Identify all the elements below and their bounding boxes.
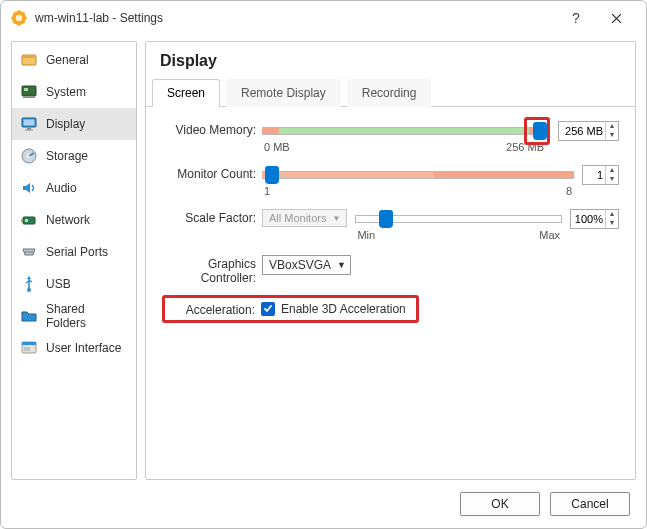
usb-icon: [20, 275, 38, 293]
app-icon: [11, 10, 27, 26]
svg-rect-21: [23, 217, 35, 224]
tab-screen[interactable]: Screen: [152, 79, 220, 107]
sidebar-item-label: System: [46, 85, 86, 99]
highlight-acceleration: Acceleration: Enable 3D Acceleration: [162, 295, 419, 323]
scale-factor-input[interactable]: [571, 213, 605, 225]
sidebar-item-label: User Interface: [46, 341, 121, 355]
system-icon: [20, 83, 38, 101]
video-memory-label: Video Memory:: [162, 121, 262, 137]
sidebar-item-label: Display: [46, 117, 85, 131]
spin-down-icon[interactable]: ▼: [606, 219, 618, 228]
sidebar-item-label: Storage: [46, 149, 88, 163]
svg-rect-17: [27, 128, 31, 130]
sidebar-item-label: Serial Ports: [46, 245, 108, 259]
monitor-count-input[interactable]: [583, 169, 605, 181]
user-interface-icon: [20, 339, 38, 357]
chevron-down-icon: ▼: [332, 214, 340, 223]
sidebar-item-serial-ports[interactable]: Serial Ports: [12, 236, 136, 268]
svg-rect-18: [25, 130, 33, 131]
svg-point-6: [13, 12, 15, 14]
enable-3d-acceleration-label: Enable 3D Acceleration: [281, 302, 406, 316]
svg-rect-31: [24, 347, 30, 351]
video-memory-input[interactable]: [559, 125, 605, 137]
sidebar-item-usb[interactable]: USB: [12, 268, 136, 300]
svg-rect-22: [25, 219, 28, 222]
storage-icon: [20, 147, 38, 165]
svg-point-3: [18, 24, 20, 26]
svg-point-4: [11, 17, 13, 19]
shared-folders-icon: [20, 307, 38, 325]
svg-point-1: [16, 15, 22, 21]
footer: OK Cancel: [1, 480, 646, 528]
svg-point-8: [13, 22, 15, 24]
svg-point-27: [27, 288, 31, 292]
acceleration-label: Acceleration:: [169, 301, 261, 317]
spin-up-icon[interactable]: ▲: [606, 166, 618, 175]
graphics-controller-select[interactable]: VBoxSVGA ▼: [262, 255, 351, 275]
svg-point-9: [23, 22, 25, 24]
svg-point-2: [18, 10, 20, 12]
sidebar-item-network[interactable]: Network: [12, 204, 136, 236]
monitor-count-label: Monitor Count:: [162, 165, 262, 181]
page-title: Display: [146, 42, 635, 78]
sidebar-item-label: Audio: [46, 181, 77, 195]
sidebar-item-shared-folders[interactable]: Shared Folders: [12, 300, 136, 332]
sidebar-item-audio[interactable]: Audio: [12, 172, 136, 204]
video-memory-spinner[interactable]: ▲▼: [558, 121, 619, 141]
general-icon: [20, 51, 38, 69]
svg-marker-28: [27, 276, 31, 279]
sidebar-item-display[interactable]: Display: [12, 108, 136, 140]
sidebar-item-user-interface[interactable]: User Interface: [12, 332, 136, 364]
ok-button[interactable]: OK: [460, 492, 540, 516]
svg-point-5: [25, 17, 27, 19]
close-button[interactable]: [596, 4, 636, 32]
spin-down-icon[interactable]: ▼: [606, 131, 618, 140]
monitor-count-min: 1: [264, 185, 270, 197]
checkbox-checked-icon: [261, 302, 275, 316]
monitor-count-spinner[interactable]: ▲▼: [582, 165, 619, 185]
svg-point-26: [31, 251, 33, 253]
tab-remote-display[interactable]: Remote Display: [226, 79, 341, 107]
svg-point-7: [23, 12, 25, 14]
sidebar-item-system[interactable]: System: [12, 76, 136, 108]
scale-factor-spinner[interactable]: ▲▼: [570, 209, 619, 229]
window-title: wm-win11-lab - Settings: [35, 11, 556, 25]
monitor-count-slider[interactable]: [262, 165, 574, 185]
display-icon: [20, 115, 38, 133]
svg-rect-16: [24, 120, 35, 126]
help-button[interactable]: ?: [556, 4, 596, 32]
scale-factor-label: Scale Factor:: [162, 209, 262, 225]
enable-3d-acceleration-checkbox[interactable]: Enable 3D Acceleration: [261, 302, 406, 316]
settings-window: wm-win11-lab - Settings ? General System…: [0, 0, 647, 529]
svg-rect-13: [24, 88, 28, 91]
monitor-count-max: 8: [566, 185, 572, 197]
svg-rect-23: [21, 219, 23, 222]
svg-rect-30: [22, 342, 36, 345]
screen-form: Video Memory: 0 MB: [146, 107, 635, 341]
tab-recording[interactable]: Recording: [347, 79, 432, 107]
sidebar-item-general[interactable]: General: [12, 44, 136, 76]
video-memory-max: 256 MB: [506, 141, 544, 153]
sidebar-item-label: General: [46, 53, 89, 67]
svg-rect-11: [22, 55, 36, 58]
cancel-button[interactable]: Cancel: [550, 492, 630, 516]
sidebar-item-label: USB: [46, 277, 71, 291]
chevron-down-icon: ▼: [337, 260, 346, 270]
video-memory-slider[interactable]: [262, 121, 546, 141]
scale-factor-slider[interactable]: [355, 209, 562, 229]
scale-factor-monitor-select: All Monitors ▼: [262, 209, 347, 227]
audio-icon: [20, 179, 38, 197]
svg-point-25: [28, 251, 30, 253]
network-icon: [20, 211, 38, 229]
scale-factor-min: Min: [357, 229, 375, 241]
spin-down-icon[interactable]: ▼: [606, 175, 618, 184]
scale-factor-max: Max: [539, 229, 560, 241]
svg-rect-14: [23, 97, 35, 98]
spin-up-icon[interactable]: ▲: [606, 122, 618, 131]
serial-ports-icon: [20, 243, 38, 261]
spin-up-icon[interactable]: ▲: [606, 210, 618, 219]
sidebar-item-storage[interactable]: Storage: [12, 140, 136, 172]
tabs: Screen Remote Display Recording: [146, 78, 635, 107]
sidebar-item-label: Network: [46, 213, 90, 227]
graphics-controller-label: Graphics Controller:: [162, 255, 262, 285]
